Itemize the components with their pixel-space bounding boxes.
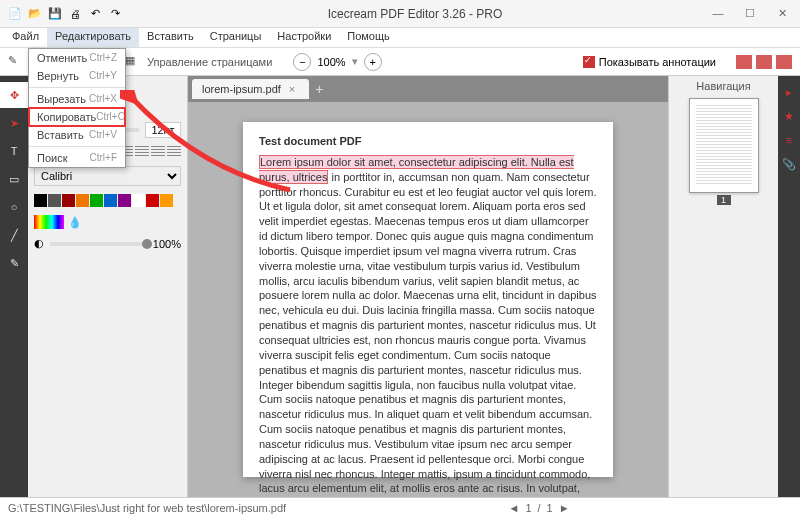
close-icon[interactable]: ✕ — [772, 7, 792, 20]
align-center[interactable] — [135, 146, 149, 158]
menu-undo[interactable]: ОтменитьCtrl+Z — [29, 49, 125, 67]
status-path: G:\TESTING\Files\Just right for web test… — [8, 502, 286, 514]
menu-copy[interactable]: КопироватьCtrl+C — [29, 108, 125, 126]
tab-label: lorem-ipsum.pdf — [202, 83, 281, 95]
menu-settings[interactable]: Настройки — [269, 28, 339, 47]
print-icon[interactable]: 🖨 — [68, 7, 82, 21]
swatch[interactable] — [118, 194, 131, 207]
swatch[interactable] — [76, 194, 89, 207]
edit-dropdown: ОтменитьCtrl+Z ВернутьCtrl+Y ВырезатьCtr… — [28, 48, 126, 168]
tool-edit[interactable]: ✎ — [8, 54, 24, 70]
save-icon[interactable]: 💾 — [48, 7, 62, 21]
menu-edit[interactable]: Редактировать — [47, 28, 139, 47]
tool-pen[interactable]: ✎ — [0, 250, 28, 276]
swatch[interactable] — [104, 194, 117, 207]
tool-rect[interactable]: ▭ — [0, 166, 28, 192]
align-justify[interactable] — [167, 146, 181, 158]
thumb-number: 1 — [717, 195, 731, 205]
redo-icon[interactable]: ↷ — [108, 7, 122, 21]
tab-add-button[interactable]: + — [315, 81, 323, 97]
swatch[interactable] — [90, 194, 103, 207]
color-picker[interactable] — [34, 215, 64, 229]
app-icon: 📄 — [8, 7, 22, 21]
opacity-value: 100% — [153, 238, 181, 250]
page-current[interactable]: 1 — [525, 502, 531, 514]
menu-redo[interactable]: ВернутьCtrl+Y — [29, 67, 125, 85]
zoom-value[interactable]: 100% — [317, 56, 345, 68]
show-annotations-label: Показывать аннотации — [599, 56, 716, 68]
bookmark-icon[interactable]: ★ — [778, 106, 800, 126]
tool-circle[interactable]: ○ — [0, 194, 28, 220]
minimize-icon[interactable]: — — [708, 7, 728, 20]
maximize-icon[interactable]: ☐ — [740, 7, 760, 20]
menu-find[interactable]: ПоискCtrl+F — [29, 149, 125, 167]
zoom-out-button[interactable]: − — [293, 53, 311, 71]
undo-icon[interactable]: ↶ — [88, 7, 102, 21]
tool-line[interactable]: ╱ — [0, 222, 28, 248]
dropper-icon[interactable]: 💧 — [68, 216, 82, 229]
font-select[interactable]: Calibri — [34, 166, 181, 186]
swatch[interactable] — [160, 194, 173, 207]
layout-icon-3[interactable] — [776, 55, 792, 69]
menu-help[interactable]: Помощь — [339, 28, 398, 47]
pdf-page: Test document PDF Lorem ipsum dolor sit … — [243, 122, 613, 477]
menu-insert[interactable]: Вставить — [139, 28, 202, 47]
page-next-icon[interactable]: ► — [559, 502, 570, 514]
swatch[interactable] — [132, 194, 145, 207]
nav-collapse-icon[interactable]: ▸ — [778, 82, 800, 102]
layout-icon-2[interactable] — [756, 55, 772, 69]
attach-icon[interactable]: 📎 — [778, 154, 800, 174]
layout-icon-1[interactable] — [736, 55, 752, 69]
menu-paste[interactable]: ВставитьCtrl+V — [29, 126, 125, 144]
tool-text[interactable]: T — [0, 138, 28, 164]
doc-body[interactable]: in porttitor in, accumsan non quam. Nam … — [259, 171, 597, 497]
open-icon[interactable]: 📂 — [28, 7, 42, 21]
tool-hand[interactable]: ✥ — [0, 82, 28, 108]
document-tab[interactable]: lorem-ipsum.pdf × — [192, 79, 309, 99]
swatch[interactable] — [48, 194, 61, 207]
show-annotations-checkbox[interactable] — [583, 56, 595, 68]
menu-cut[interactable]: ВырезатьCtrl+X — [29, 90, 125, 108]
swatch[interactable] — [34, 194, 47, 207]
window-title: Icecream PDF Editor 3.26 - PRO — [122, 7, 708, 21]
page-prev-icon[interactable]: ◄ — [509, 502, 520, 514]
tool-arrow[interactable]: ➤ — [0, 110, 28, 136]
page-total: 1 — [547, 502, 553, 514]
tool-pagemgr[interactable]: ▦Управление страницами — [125, 54, 272, 70]
layers-icon[interactable]: ≡ — [778, 130, 800, 150]
nav-header: Навигация — [696, 80, 750, 92]
opacity-icon: ◐ — [34, 237, 44, 250]
opacity-slider[interactable] — [142, 239, 152, 249]
swatch[interactable] — [62, 194, 75, 207]
zoom-in-button[interactable]: + — [364, 53, 382, 71]
doc-title: Test document PDF — [259, 134, 597, 149]
align-right[interactable] — [151, 146, 165, 158]
page-thumbnail[interactable] — [689, 98, 759, 193]
fontsize-input[interactable] — [145, 122, 181, 138]
color-swatches — [34, 194, 174, 207]
menu-file[interactable]: Файл — [4, 28, 47, 47]
document-viewport[interactable]: Test document PDF Lorem ipsum dolor sit … — [188, 102, 668, 497]
tab-close-icon[interactable]: × — [289, 83, 295, 95]
swatch[interactable] — [146, 194, 159, 207]
menu-pages[interactable]: Страницы — [202, 28, 270, 47]
